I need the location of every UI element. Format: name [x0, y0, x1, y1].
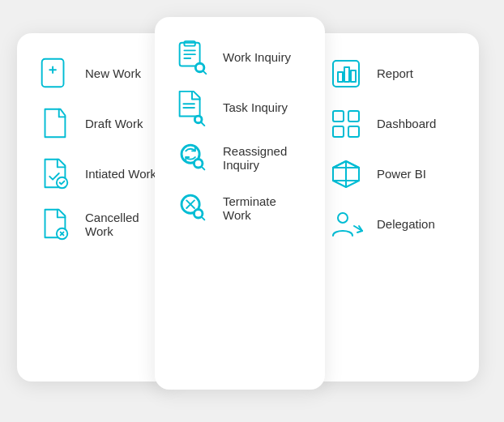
refresh-search-icon — [174, 140, 210, 176]
file-check-icon — [36, 156, 72, 192]
svg-line-43 — [346, 161, 359, 168]
x-search-icon — [174, 190, 210, 226]
file-x-icon — [36, 207, 72, 242]
new-work-label: New Work — [85, 66, 141, 80]
file-icon — [36, 106, 72, 142]
grid-icon — [328, 106, 364, 142]
svg-rect-38 — [333, 126, 344, 137]
menu-item-initiated-work[interactable]: Intiated Work — [36, 156, 160, 192]
person-send-icon — [328, 207, 364, 242]
work-inquiry-label: Work Inquiry — [223, 50, 291, 64]
menu-item-reassigned-inquiry[interactable]: Reassigned Inquiry — [174, 140, 305, 176]
menu-item-report[interactable]: Report — [328, 56, 459, 92]
svg-line-14 — [203, 70, 206, 74]
box-icon — [328, 156, 364, 192]
bar-chart-icon — [328, 56, 364, 92]
svg-rect-37 — [348, 111, 359, 121]
menu-item-delegation[interactable]: Delegation — [328, 207, 459, 242]
delegation-label: Delegation — [377, 217, 435, 231]
menu-item-terminate-work[interactable]: Terminate Work — [174, 190, 305, 226]
reassigned-inquiry-label: Reassigned Inquiry — [223, 144, 305, 172]
svg-point-45 — [338, 213, 348, 223]
svg-line-19 — [202, 122, 205, 126]
menu-item-cancelled-work[interactable]: Cancelled Work — [36, 207, 160, 242]
svg-rect-39 — [348, 126, 359, 137]
file-plus-icon — [36, 56, 72, 92]
draft-work-label: Draft Work — [85, 117, 143, 130]
svg-rect-34 — [344, 67, 349, 82]
svg-rect-33 — [338, 72, 343, 82]
task-inquiry-label: Task Inquiry — [223, 100, 288, 114]
scene: New Work Draft Work Intia — [17, 17, 487, 406]
svg-line-24 — [202, 166, 205, 169]
svg-rect-8 — [184, 40, 194, 45]
svg-rect-36 — [333, 111, 344, 121]
report-label: Report — [377, 66, 413, 80]
doc-search-icon — [174, 90, 210, 126]
menu-item-power-bi[interactable]: Power BI — [328, 156, 459, 192]
cancelled-work-label: Cancelled Work — [85, 211, 160, 238]
menu-item-dashboard[interactable]: Dashboard — [328, 106, 459, 142]
card-right: Report Dashboard — [309, 33, 479, 382]
svg-line-31 — [202, 216, 205, 220]
menu-item-new-work[interactable]: New Work — [36, 56, 160, 92]
menu-item-work-inquiry[interactable]: Work Inquiry — [174, 40, 305, 75]
clipboard-search-icon — [174, 40, 210, 75]
svg-line-44 — [333, 161, 346, 168]
menu-item-task-inquiry[interactable]: Task Inquiry — [174, 90, 305, 126]
dashboard-label: Dashboard — [377, 117, 436, 130]
power-bi-label: Power BI — [377, 167, 426, 181]
card-middle: Work Inquiry Task Inquiry — [155, 17, 325, 390]
menu-item-draft-work[interactable]: Draft Work — [36, 106, 160, 142]
terminate-work-label: Terminate Work — [223, 194, 305, 222]
svg-rect-35 — [351, 70, 356, 82]
initiated-work-label: Intiated Work — [85, 167, 156, 181]
